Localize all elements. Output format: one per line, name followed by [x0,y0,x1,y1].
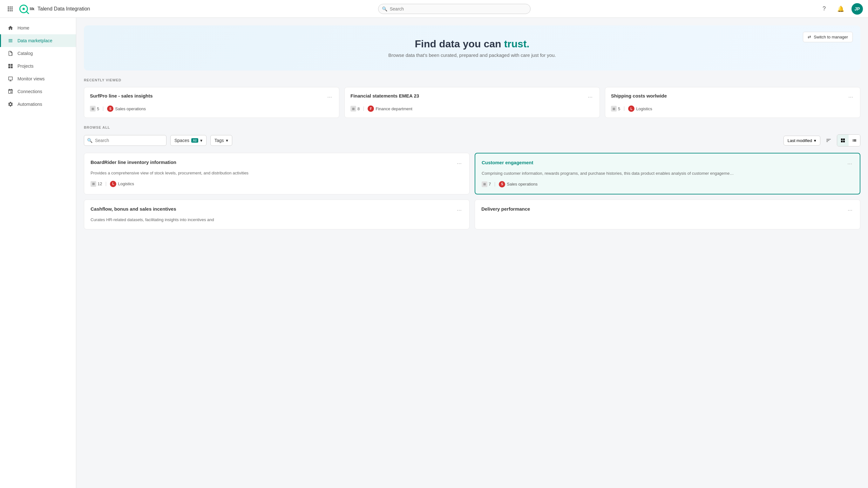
count-value: 5 [97,106,99,111]
sort-direction-button[interactable] [823,135,834,146]
hero-banner: ⇄ Switch to manager Find data you can tr… [84,25,860,70]
browse-card-desc: Provides a comprehensive view of stock l… [91,170,463,176]
app-grid-button[interactable] [5,4,15,14]
browse-card-count: ⊞ 12 [91,181,102,187]
browse-all-section: BROWSE ALL 🔍 Spaces All ▾ Tags ▾ [76,118,868,237]
notifications-button[interactable]: 🔔 [835,3,846,14]
view-toggle [837,134,860,147]
space-icon: L [110,181,116,187]
sidebar: Home Data marketplace Catalog Projects [0,18,76,488]
card-header: Financial statements EMEA 23 ··· [350,93,594,101]
projects-icon [7,63,14,69]
sidebar-projects-label: Projects [18,64,34,69]
sidebar-monitor-label: Monitor views [18,76,45,81]
sidebar-item-home[interactable]: Home [0,22,76,34]
space-label: Sales operations [115,106,146,111]
sidebar-item-marketplace[interactable]: Data marketplace [0,34,76,47]
connections-icon [7,88,14,95]
browse-card-title: Customer engagement [482,160,533,165]
space-icon: S [499,181,505,187]
avatar[interactable]: JP [851,3,863,14]
card-space: S Sales operations [107,105,146,112]
sidebar-catalog-label: Catalog [18,51,33,56]
sort-label: Last modified [787,138,812,143]
sidebar-item-projects[interactable]: Projects [0,60,76,72]
recently-viewed-title: RECENTLY VIEWED [84,78,860,82]
spaces-filter-button[interactable]: Spaces All ▾ [170,135,207,146]
card-count: ⊞ 5 [611,106,620,112]
spaces-badge: All [191,138,198,143]
switch-icon: ⇄ [808,35,811,39]
switch-to-manager-button[interactable]: ⇄ Switch to manager [803,32,853,42]
sidebar-home-label: Home [18,25,29,30]
list-view-button[interactable] [848,135,860,146]
dataset-icon: ⊞ [350,106,356,112]
search-icon: 🔍 [382,6,387,11]
card-menu-button[interactable]: ··· [587,93,594,101]
card-header: SurfPro line - sales insights ··· [90,93,333,101]
browse-card-menu-button[interactable]: ··· [456,159,463,167]
home-icon [7,25,14,31]
svg-point-1 [23,8,25,10]
sort-button[interactable]: Last modified ▾ [783,136,820,146]
sort-area: Last modified ▾ [783,134,860,147]
card-header: Shipping costs worlwide ··· [611,93,854,101]
hero-subtitle: Browse data that's been curated, prepare… [94,53,850,58]
card-menu-button[interactable]: ··· [847,93,854,101]
filter-bar: 🔍 Spaces All ▾ Tags ▾ [84,134,860,147]
space-name: Logistics [118,181,134,186]
dataset-icon: ⊞ [482,181,487,187]
hero-title: Find data you can trust. [94,38,850,50]
chevron-down-icon: ▾ [226,138,228,143]
sidebar-item-automations[interactable]: Automations [0,98,76,111]
space-name: Sales operations [507,182,537,186]
automations-icon [7,101,14,108]
global-search-input[interactable] [378,4,531,14]
browse-card-title: Cashflow, bonus and sales incentives [91,206,176,212]
topbar-actions: ? 🔔 JP [818,3,863,14]
dataset-icon: ⊞ [90,106,96,112]
marketplace-icon [7,37,14,44]
count-value: 7 [489,182,491,186]
browse-card-2[interactable]: Cashflow, bonus and sales incentives ···… [84,200,470,230]
browse-card-menu-button[interactable]: ··· [846,160,854,168]
browse-card-header: Delivery performance ··· [481,206,854,214]
browse-cards-grid: BoardRider line inventory information ··… [84,153,860,230]
sidebar-marketplace-label: Data marketplace [18,38,53,43]
browse-card-menu-button[interactable]: ··· [846,206,854,214]
help-button[interactable]: ? [818,3,830,14]
global-search: 🔍 [378,4,531,14]
tags-filter-button[interactable]: Tags ▾ [210,135,232,146]
grid-view-button[interactable] [837,135,848,146]
browse-card-1[interactable]: Customer engagement ··· Comprising custo… [475,153,860,194]
browse-search-input[interactable] [84,135,166,146]
recent-card-1[interactable]: Financial statements EMEA 23 ··· ⊞ 8 F [344,87,600,118]
hero-title-start: Find data you can [415,38,504,50]
card-count: ⊞ 8 [350,106,360,112]
card-title: SurfPro line - sales insights [90,93,153,98]
space-label: Logistics [636,106,652,111]
chevron-down-icon: ▾ [814,138,816,143]
browse-card-menu-button[interactable]: ··· [456,206,463,214]
browse-all-title: BROWSE ALL [84,125,860,129]
sidebar-item-monitor[interactable]: Monitor views [0,72,76,85]
count-value: 5 [618,106,620,111]
browse-search: 🔍 [84,135,166,146]
browse-card-3[interactable]: Delivery performance ··· [475,200,860,230]
tags-label: Tags [214,138,224,143]
sidebar-item-connections[interactable]: Connections [0,85,76,98]
svg-line-2 [26,11,29,13]
browse-search-icon: 🔍 [87,138,92,143]
card-title: Financial statements EMEA 23 [350,93,419,98]
recent-card-0[interactable]: SurfPro line - sales insights ··· ⊞ 5 S [84,87,339,118]
hero-title-highlight: trust. [504,38,529,50]
chevron-down-icon: ▾ [200,138,203,143]
browse-card-0[interactable]: BoardRider line inventory information ··… [84,153,470,194]
card-menu-button[interactable]: ··· [326,93,333,101]
main-content: ⇄ Switch to manager Find data you can tr… [76,18,868,488]
recent-card-2[interactable]: Shipping costs worlwide ··· ⊞ 5 L Lo [605,87,860,118]
card-meta: ⊞ 8 F Finance department [350,105,594,112]
sidebar-item-catalog[interactable]: Catalog [0,47,76,60]
card-title: Shipping costs worlwide [611,93,667,98]
recently-viewed-cards: SurfPro line - sales insights ··· ⊞ 5 S [84,87,860,118]
